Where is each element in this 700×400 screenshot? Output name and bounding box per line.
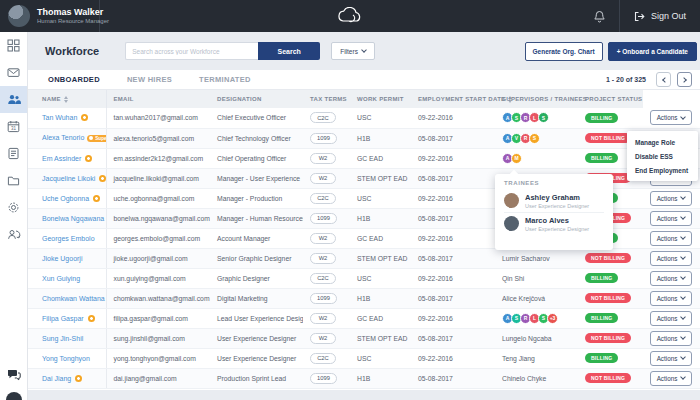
row-actions-button[interactable]: Actions bbox=[650, 211, 692, 226]
supervisor-name: Lumir Sacharov bbox=[502, 255, 550, 262]
sidebar-item-dashboard[interactable] bbox=[0, 32, 27, 59]
row-actions-button[interactable]: Actions bbox=[650, 110, 692, 125]
help-bubble-icon[interactable] bbox=[6, 392, 22, 400]
row-actions-button[interactable]: Actions bbox=[650, 291, 692, 306]
employee-name-link[interactable]: Jacqueline Likoki bbox=[42, 175, 95, 182]
tab-onboarded[interactable]: ONBOARDED bbox=[48, 75, 100, 84]
app-logo bbox=[335, 0, 365, 32]
actions-cell: Actions bbox=[643, 108, 700, 128]
top-bar: Thomas Walker Human Resource Manager bbox=[0, 0, 700, 32]
project-status-badge: NOT BILLING bbox=[585, 373, 631, 383]
sign-out-button[interactable]: Sign Out bbox=[619, 0, 700, 32]
tax-terms-cell: C2C bbox=[303, 268, 350, 288]
supervisor-avatar[interactable]: S bbox=[538, 112, 549, 123]
chevron-down-icon bbox=[680, 354, 686, 360]
employee-name-link[interactable]: Uche Ogbonna bbox=[42, 195, 89, 202]
tax-terms-cell: C2C bbox=[303, 108, 350, 128]
supervisors-cell: ASRLS+3 bbox=[495, 308, 578, 328]
filters-button[interactable]: Filters bbox=[331, 42, 375, 60]
project-status-cell: BILLING bbox=[578, 108, 643, 128]
sidebar-item-settings[interactable] bbox=[0, 194, 27, 221]
supervisor-avatar[interactable]: M bbox=[511, 153, 522, 164]
start-date-cell: 05-08-2017 bbox=[411, 368, 495, 388]
row-actions-button[interactable]: Actions bbox=[650, 371, 692, 386]
supervisor-name: Qin Shi bbox=[502, 275, 524, 282]
project-status-cell: NOT BILLING bbox=[578, 368, 643, 388]
next-page-button[interactable] bbox=[677, 72, 692, 87]
designation-cell: Manager - Human Resources bbox=[210, 208, 303, 228]
chevron-down-icon bbox=[680, 274, 686, 280]
trainee-role: User Experience Designer bbox=[525, 203, 589, 209]
employee-name-link[interactable]: Filipa Gaspar bbox=[42, 315, 84, 322]
tab-terminated[interactable]: TERMINATED bbox=[199, 75, 251, 84]
employee-name-link[interactable]: Dai Jiang bbox=[42, 375, 71, 382]
employee-name-link[interactable]: Sung Jin-Shil bbox=[42, 335, 83, 342]
page-header: Workforce Search Filters Generate Org. C… bbox=[28, 32, 700, 70]
table-row: Jioke Ugoorjijioke.ugoorji@gmail.comSeni… bbox=[28, 248, 700, 268]
notifications-button[interactable] bbox=[580, 10, 619, 23]
menu-item-manage-role[interactable]: Manage Role bbox=[627, 135, 698, 149]
row-actions-button[interactable]: Actions bbox=[650, 271, 692, 286]
onboard-candidate-button[interactable]: + Onboard a Candidate bbox=[608, 42, 697, 61]
menu-item-disable-ess[interactable]: Disable ESS bbox=[627, 149, 698, 163]
name-cell: Bonelwa Ngqawana bbox=[28, 208, 106, 228]
employee-name-link[interactable]: Chomkwan Wattana bbox=[42, 295, 105, 302]
sidebar-item-mail[interactable] bbox=[0, 59, 27, 86]
tab-new-hires[interactable]: NEW HIRES bbox=[127, 75, 172, 84]
pending-flag-icon bbox=[81, 114, 88, 121]
row-actions-button[interactable]: Actions bbox=[650, 351, 692, 366]
row-actions-button[interactable]: Actions bbox=[650, 331, 692, 346]
employee-name-link[interactable]: Em Assinder bbox=[42, 155, 81, 162]
supervisor-avatar[interactable]: +3 bbox=[547, 313, 558, 324]
designation-cell: Production Sprint Lead bbox=[210, 368, 303, 388]
project-status-badge: BILLING bbox=[585, 273, 618, 283]
generate-org-chart-button[interactable]: Generate Org. Chart bbox=[525, 42, 603, 61]
row-actions-button[interactable]: Actions bbox=[650, 191, 692, 206]
supervisors-cell: Qin Shi bbox=[495, 268, 578, 288]
row-actions-button[interactable]: Actions bbox=[650, 311, 692, 326]
sidebar-item-workforce[interactable] bbox=[0, 86, 27, 113]
supervisor-avatar[interactable]: S bbox=[529, 133, 540, 144]
menu-item-end-employment[interactable]: End Employment bbox=[627, 163, 698, 177]
start-date-cell: 09-22-2016 bbox=[411, 188, 495, 208]
employee-name-link[interactable]: Alexa Tenorio bbox=[42, 134, 84, 141]
email-cell: chomkwan.wattana@gmail.com bbox=[106, 288, 210, 308]
tabs-bar: ONBOARDED NEW HIRES TERMINATED 1 - 20 of… bbox=[28, 70, 700, 90]
tax-terms-cell: W2 bbox=[303, 308, 350, 328]
sidebar-item-referrals[interactable] bbox=[0, 221, 27, 248]
email-cell: filipa.gaspar@gmail.com bbox=[106, 308, 210, 328]
employee-name-link[interactable]: Bonelwa Ngqawana bbox=[42, 215, 104, 222]
employee-name-link[interactable]: Tan Wuhan bbox=[42, 114, 77, 121]
tax-term-pill: W2 bbox=[310, 333, 336, 344]
tax-term-pill: W2 bbox=[310, 153, 336, 164]
column-header[interactable]: NAME bbox=[28, 90, 106, 108]
sidebar-item-chat[interactable] bbox=[0, 361, 27, 388]
user-block[interactable]: Thomas Walker Human Resource Manager bbox=[0, 0, 100, 32]
column-header[interactable]: EMPLOYMENT START DATE bbox=[411, 90, 495, 108]
name-cell: Uche Ogbonna bbox=[28, 188, 106, 208]
row-actions-button[interactable]: Actions bbox=[650, 231, 692, 246]
employee-name-link[interactable]: Jioke Ugoorji bbox=[42, 255, 82, 262]
employee-name-link[interactable]: Yong Tonghyon bbox=[42, 355, 90, 362]
tax-term-pill: 1099 bbox=[310, 293, 337, 304]
supervisor-name: Lungelo Ngcaba bbox=[502, 335, 552, 342]
tax-term-pill: C2C bbox=[310, 273, 336, 284]
row-actions-button[interactable]: Actions bbox=[650, 251, 692, 266]
chevron-down-icon bbox=[680, 314, 686, 320]
search-button[interactable]: Search bbox=[258, 42, 320, 60]
sidebar-item-directory[interactable] bbox=[0, 167, 27, 194]
table-row: Sung Jin-Shilsung.jinshil@gmail.comUser … bbox=[28, 328, 700, 348]
email-cell: yong.tonghyon@gmail.com bbox=[106, 348, 210, 368]
designation-cell: Chief Operating Officer bbox=[210, 148, 303, 168]
employee-name-link[interactable]: Georges Embolo bbox=[42, 235, 95, 242]
sidebar-item-calendar[interactable]: 31 bbox=[0, 113, 27, 140]
employee-name-link[interactable]: Xun Guiying bbox=[42, 275, 80, 282]
search-input[interactable] bbox=[125, 42, 258, 60]
page-title: Workforce bbox=[45, 45, 99, 57]
project-status-badge: BILLING bbox=[585, 113, 618, 123]
previous-page-button[interactable] bbox=[656, 72, 671, 87]
actions-cell: Actions bbox=[643, 368, 700, 388]
table-row: Alexa TenorioSupervisoralexa.tenorio5@gm… bbox=[28, 128, 700, 148]
sidebar-item-reports[interactable] bbox=[0, 140, 27, 167]
user-role: Human Resource Manager bbox=[37, 18, 109, 26]
